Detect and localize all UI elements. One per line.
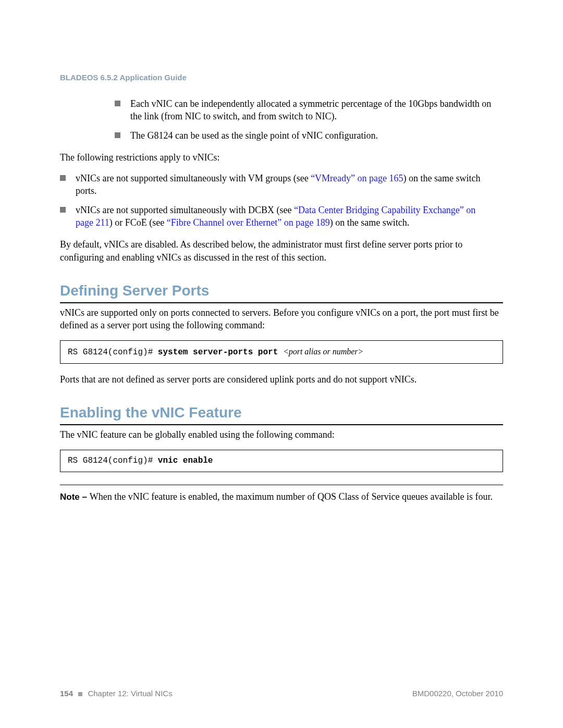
footer-left: 154 Chapter 12: Virtual NICs [60, 689, 173, 698]
code-command: system server-ports port [158, 348, 283, 357]
footer-chapter: Chapter 12: Virtual NICs [88, 689, 172, 698]
page: BLADEOS 6.5.2 Application Guide Each vNI… [0, 0, 563, 728]
server-ports-outro: Ports that are not defined as server por… [60, 373, 503, 386]
list-item: vNICs are not supported simultaneously w… [60, 204, 503, 229]
restrictions-list: vNICs are not supported simultaneously w… [60, 172, 503, 229]
code-command: vnic enable [158, 456, 213, 465]
page-footer: 154 Chapter 12: Virtual NICs BMD00220, O… [60, 689, 503, 698]
default-paragraph: By default, vNICs are disabled. As descr… [60, 238, 503, 264]
heading-enabling-vnic: Enabling the vNIC Feature [60, 404, 503, 425]
xref-vmready[interactable]: “VMready” on page 165 [311, 173, 403, 183]
text: vNICs are not supported simultaneously w… [76, 173, 311, 183]
intro-bullets-block: Each vNIC can be independently allocated… [115, 97, 503, 142]
footer-doc-id: BMD00220, October 2010 [412, 689, 503, 698]
heading-defining-server-ports: Defining Server Ports [60, 282, 503, 303]
running-header: BLADEOS 6.5.2 Application Guide [60, 73, 503, 82]
text: ) on the same switch. [330, 217, 409, 228]
list-item: Each vNIC can be independently allocated… [115, 97, 503, 123]
list-item: vNICs are not supported simultaneously w… [60, 172, 503, 198]
server-ports-intro: vNICs are supported only on ports connec… [60, 306, 503, 332]
code-argument: <port alias or number> [283, 347, 364, 356]
code-prompt: RS G8124(config)# [68, 348, 158, 357]
code-vnic-enable: RS G8124(config)# vnic enable [60, 450, 503, 473]
enable-vnic-block: The vNIC feature can be globally enabled… [60, 428, 503, 503]
note-paragraph: Note – When the vNIC feature is enabled,… [60, 490, 503, 503]
code-server-ports: RS G8124(config)# system server-ports po… [60, 340, 503, 364]
list-item: The G8124 can be used as the single poin… [115, 129, 503, 142]
restrictions-block: The following restrictions apply to vNIC… [60, 151, 503, 264]
note-body: When the vNIC feature is enabled, the ma… [90, 491, 493, 502]
footer-separator-icon [78, 692, 82, 696]
note-label: Note – [60, 492, 90, 502]
note-rule [60, 485, 503, 485]
text: vNICs are not supported simultaneously w… [76, 205, 294, 215]
enable-intro: The vNIC feature can be globally enabled… [60, 428, 503, 441]
code-prompt: RS G8124(config)# [68, 456, 158, 465]
page-number: 154 [60, 689, 73, 698]
xref-fcoe[interactable]: “Fibre Channel over Ethernet” on page 18… [167, 217, 330, 228]
intro-bullet-list: Each vNIC can be independently allocated… [115, 97, 503, 142]
server-ports-block: vNICs are supported only on ports connec… [60, 306, 503, 386]
restrictions-intro: The following restrictions apply to vNIC… [60, 151, 503, 164]
text: ) or FCoE (see [109, 217, 167, 228]
